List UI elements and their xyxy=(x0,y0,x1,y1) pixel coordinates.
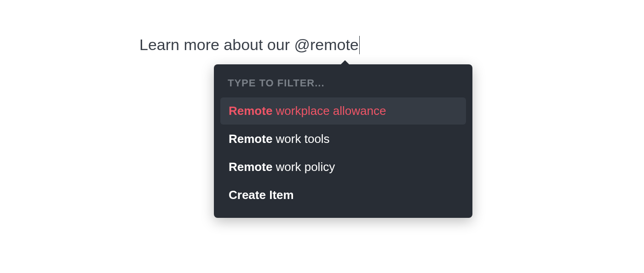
editor-input[interactable]: Learn more about our @remote xyxy=(139,36,360,55)
mention-trigger: @remote xyxy=(294,36,358,53)
filter-hint-label: TYPE TO FILTER... xyxy=(220,72,466,97)
mention-autocomplete-popover: TYPE TO FILTER... Remote workplace allow… xyxy=(214,64,472,218)
editor-text-prefix: Learn more about our xyxy=(139,36,294,53)
option-match: Remote xyxy=(229,132,272,146)
text-cursor xyxy=(359,36,360,54)
autocomplete-option-remote-work-policy[interactable]: Remote work policy xyxy=(220,154,466,181)
option-match: Remote xyxy=(229,160,272,174)
option-match: Remote xyxy=(229,104,272,118)
create-item-option[interactable]: Create Item xyxy=(220,182,466,209)
option-rest: work policy xyxy=(272,160,335,174)
autocomplete-option-remote-workplace-allowance[interactable]: Remote workplace allowance xyxy=(220,97,466,125)
popover-arrow xyxy=(340,60,350,65)
option-rest: workplace allowance xyxy=(272,104,386,118)
autocomplete-option-remote-work-tools[interactable]: Remote work tools xyxy=(220,125,466,153)
option-rest: work tools xyxy=(272,132,329,146)
create-item-label: Create Item xyxy=(229,188,294,202)
